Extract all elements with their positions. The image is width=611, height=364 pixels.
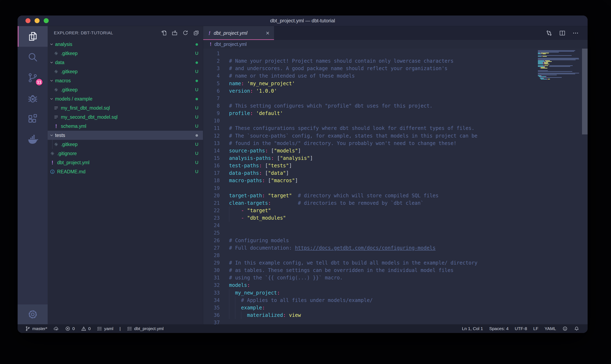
close-tab-icon[interactable]: × (266, 30, 269, 36)
status-notifications[interactable] (574, 326, 579, 331)
line-number: 22 (203, 207, 220, 214)
open-changes-button[interactable] (546, 30, 552, 36)
status-errors[interactable]: 0 (65, 326, 75, 331)
code-line[interactable]: 13# found in the "models/" directory. Yo… (203, 140, 588, 147)
code-line[interactable]: 18macro-paths: ["macros"] (203, 177, 588, 184)
status-warnings[interactable]: 0 (81, 326, 91, 331)
code-line[interactable]: 34 # Applies to all files under models/e… (203, 297, 588, 304)
status-yaml-schema[interactable]: yaml (97, 326, 113, 331)
status-indentation-label: Spaces: 4 (489, 326, 509, 331)
code-editor[interactable]: 12# Name your project! Project names sho… (203, 49, 588, 324)
status-file-schema[interactable]: dbt_project.yml (127, 326, 164, 331)
scrollbar-thumb[interactable] (582, 49, 588, 134)
activity-item-explorer[interactable] (18, 26, 48, 47)
tree-item-data[interactable]: data (48, 58, 203, 67)
tree-item-dbt-project-yml[interactable]: !dbt_project.ymlU (48, 158, 203, 167)
minimize-window-button[interactable] (35, 18, 40, 23)
activity-item-source-control[interactable]: 11 (18, 67, 48, 88)
close-window-button[interactable] (26, 18, 30, 23)
tree-item-macros[interactable]: macros (48, 76, 203, 85)
line-number: 26 (203, 237, 220, 244)
tree-item-readme-md[interactable]: README.mdU (48, 167, 203, 176)
status-separator-label: | (120, 326, 121, 331)
code-line[interactable]: 26# Configuring models (203, 237, 588, 244)
code-line[interactable]: 33 my_new_project: (203, 289, 588, 297)
code-line[interactable]: 24 (203, 222, 588, 229)
activity-item-extensions[interactable] (18, 109, 48, 130)
tree-item-gitkeep[interactable]: .gitkeepU (48, 85, 203, 94)
code-line[interactable]: 10 (203, 117, 588, 125)
more-actions-button[interactable] (572, 30, 579, 36)
code-line[interactable]: 20target-path: "target" # directory whic… (203, 192, 588, 199)
code-line[interactable]: 23 - "dbt_modules" (203, 214, 588, 222)
tree-item-gitkeep[interactable]: .gitkeepU (48, 67, 203, 76)
code-line[interactable]: 22 - "target" (203, 207, 588, 214)
status-indentation[interactable]: Spaces: 4 (489, 326, 509, 331)
status-eol[interactable]: LF (533, 326, 539, 331)
zoom-window-button[interactable] (44, 18, 49, 23)
tree-item-schema-yml[interactable]: !schema.ymlU (48, 122, 203, 131)
code-line-content: # found in the "models/" directory. You … (229, 140, 457, 147)
tree-item-my-first-dbt-model-sql[interactable]: my_first_dbt_model.sqlU (48, 104, 203, 113)
activity-item-search[interactable] (18, 47, 48, 67)
code-line[interactable]: 8# This setting configures which "profil… (203, 102, 588, 110)
status-feedback[interactable] (562, 326, 568, 331)
minimap-line (538, 55, 572, 56)
tree-item-gitkeep[interactable]: .gitkeepU (48, 49, 203, 58)
code-line[interactable]: 6version: '1.0.0' (203, 87, 588, 95)
tree-item-label: .gitkeep (61, 51, 191, 56)
code-line[interactable]: 17data-paths: ["data"] (203, 169, 588, 177)
code-line[interactable]: 7 (203, 95, 588, 102)
code-line[interactable]: 31# using the `{{ config(...) }}` macro. (203, 274, 588, 282)
code-line[interactable]: 32models: (203, 282, 588, 289)
new-file-button[interactable] (160, 29, 167, 36)
code-line[interactable]: 12# The `source-paths` config, for examp… (203, 132, 588, 140)
code-line[interactable]: 2# Name your project! Project names shou… (203, 57, 588, 65)
code-line[interactable]: 25 (203, 229, 588, 237)
code-line[interactable]: 3# and underscores. A good package name … (203, 65, 588, 72)
code-line[interactable]: 1 (203, 50, 588, 57)
tree-item-my-second-dbt-model-sql[interactable]: my_second_dbt_model.sqlU (48, 113, 203, 122)
refresh-button[interactable] (182, 29, 189, 36)
code-line[interactable]: 15analysis-paths: ["analysis"] (203, 155, 588, 162)
code-line[interactable]: 11# These configurations specify where d… (203, 125, 588, 132)
code-line[interactable]: 21clean-targets: # directories to be rem… (203, 199, 588, 207)
status-branch[interactable]: master* (25, 326, 47, 331)
tree-item-gitkeep[interactable]: .gitkeepU (48, 140, 203, 149)
activity-item-docker[interactable] (18, 130, 48, 150)
code-line[interactable]: 28 (203, 252, 588, 259)
code-line[interactable]: 29# In this example config, we tell dbt … (203, 259, 588, 267)
code-line[interactable]: 35 example: (203, 304, 588, 312)
code-line[interactable]: 16test-paths: ["tests"] (203, 162, 588, 169)
indent-guide (241, 312, 241, 319)
new-folder-button[interactable] (171, 29, 178, 36)
code-line[interactable]: 30# as tables. These settings can be ove… (203, 267, 588, 274)
code-line[interactable]: 5name: 'my_new_project' (203, 80, 588, 87)
status-encoding[interactable]: UTF-8 (515, 326, 527, 331)
code-line[interactable]: 14source-paths: ["models"] (203, 147, 588, 155)
explorer-header-title: EXPLORER: DBT-TUTORIAL (54, 30, 160, 35)
tree-item-models-example[interactable]: models / example (48, 94, 203, 104)
breadcrumb[interactable]: ! dbt_project.yml (203, 40, 588, 49)
tree-item-analysis[interactable]: analysis (48, 40, 203, 49)
tab-dbt-project-yml[interactable]: ! dbt_project.yml × (203, 26, 274, 40)
code-line[interactable]: 36 materialized: view (203, 312, 588, 319)
status-language-mode[interactable]: YAML (544, 326, 556, 331)
minimap[interactable] (537, 50, 582, 324)
status-sync[interactable] (54, 326, 59, 331)
status-cursor-position[interactable]: Ln 1, Col 1 (462, 326, 483, 331)
tree-item-gitignore[interactable]: .gitignoreU (48, 149, 203, 158)
code-line[interactable]: 9profile: 'default' (203, 110, 588, 117)
activity-item-debug[interactable] (18, 88, 48, 109)
warning-icon (81, 326, 86, 331)
line-number: 32 (203, 282, 220, 289)
code-line[interactable]: 4# name or the intended use of these mod… (203, 72, 588, 80)
tree-item-tests[interactable]: tests (48, 131, 203, 140)
activity-item-settings[interactable] (18, 304, 48, 324)
collapse-all-button[interactable] (193, 29, 200, 36)
split-editor-button[interactable] (559, 30, 566, 36)
minimap-line (538, 62, 548, 63)
code-line[interactable]: 19 (203, 184, 588, 192)
code-line[interactable]: 27# Full documentation: https://docs.get… (203, 244, 588, 252)
code-line[interactable]: 37 (203, 319, 588, 324)
